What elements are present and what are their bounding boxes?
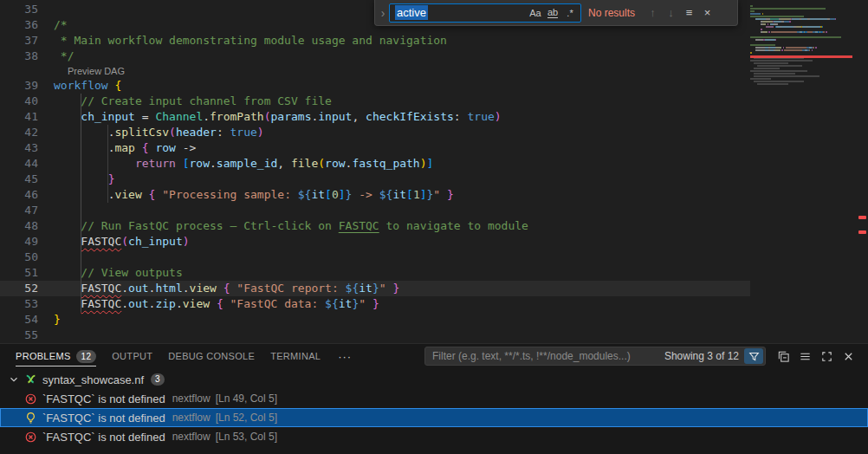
find-input[interactable]: active Aa ab .* (389, 3, 581, 23)
view-as-table-icon[interactable] (794, 347, 816, 366)
panel-tab-output[interactable]: OUTPUT (112, 344, 152, 368)
error-icon (23, 430, 37, 444)
find-in-selection-icon[interactable]: ≡ (680, 3, 698, 22)
overview-ruler[interactable] (856, 0, 868, 343)
code-line-37[interactable]: 37 * Main workflow demonstrating module … (0, 33, 750, 49)
file-problems-badge: 3 (151, 373, 165, 386)
code-line-52[interactable]: 52 FASTQC.out.html.view { "FastQC report… (0, 281, 750, 296)
find-widget: › active Aa ab .* No results ↑ ↓ ≡ × (374, 0, 738, 26)
find-query-text[interactable]: active (395, 5, 428, 20)
problem-source: nextflow (172, 431, 211, 443)
code-line-55[interactable]: 55 (0, 328, 750, 343)
problem-location: [Ln 49, Col 5] (216, 392, 277, 405)
codelens-preview-dag[interactable]: Preview DAG (0, 64, 750, 78)
minimap[interactable] (750, 0, 856, 343)
whole-word-label: ab (547, 7, 558, 18)
more-actions-icon[interactable]: ··· (338, 350, 352, 363)
minimap-error-line (750, 55, 852, 58)
code-line-42[interactable]: 42 .splitCsv(header: true) (0, 125, 750, 140)
line-number: 46 (0, 187, 38, 203)
error-marker (858, 230, 866, 234)
find-results-status: No results (588, 7, 635, 19)
code-editor[interactable]: 3536/*37 * Main workflow demonstrating m… (0, 0, 868, 343)
panel-header: PROBLEMS12OUTPUTDEBUG CONSOLETERMINAL ··… (0, 344, 868, 368)
line-number: 37 (0, 33, 38, 49)
code-line-54[interactable]: 54} (0, 312, 750, 328)
filter-showing-count: Showing 3 of 12 (664, 350, 739, 362)
close-find-icon[interactable]: × (698, 3, 716, 22)
line-number: 40 (0, 94, 38, 109)
panel-tab-label: TERMINAL (270, 351, 321, 361)
panel-tab-problems[interactable]: PROBLEMS12 (16, 344, 96, 368)
line-number: 45 (0, 172, 38, 187)
code-line-49[interactable]: 49 FASTQC(ch_input) (0, 234, 750, 250)
code-line-45[interactable]: 45 } (0, 172, 750, 187)
problem-row[interactable]: `FASTQC` is not definednextflow[Ln 53, C… (0, 427, 868, 446)
whole-word-icon[interactable]: ab (544, 5, 561, 21)
code-area[interactable]: 3536/*37 * Main workflow demonstrating m… (0, 0, 750, 343)
problems-tree: syntax_showcase.nf 3 `FASTQC` is not def… (0, 368, 868, 446)
vscode-window: 3536/*37 * Main workflow demonstrating m… (0, 0, 868, 454)
regex-icon[interactable]: .* (561, 5, 579, 21)
line-number: 44 (0, 156, 38, 172)
panel-tab-label: DEBUG CONSOLE (168, 351, 255, 361)
code-line-39[interactable]: 39workflow { (0, 78, 750, 94)
problem-message: `FASTQC` is not defined (42, 392, 165, 405)
match-case-icon[interactable]: Aa (527, 5, 544, 21)
problems-count-badge: 12 (76, 350, 97, 363)
code-line-43[interactable]: 43 .map { row -> (0, 140, 750, 156)
minimap-content (750, 0, 856, 85)
line-number: 52 (0, 281, 38, 296)
close-panel-icon[interactable] (838, 347, 859, 366)
line-number: 50 (0, 250, 38, 265)
code-line-41[interactable]: 41 ch_input = Channel.fromPath(params.in… (0, 109, 750, 125)
filter-input[interactable] (432, 350, 661, 362)
line-number: 54 (0, 312, 38, 328)
problem-message: `FASTQC` is not defined (42, 412, 165, 425)
problem-location: [Ln 52, Col 5] (216, 412, 277, 424)
code-line-38[interactable]: 38 */ (0, 49, 750, 64)
maximize-panel-icon[interactable] (816, 347, 838, 366)
panel-tab-label: OUTPUT (112, 351, 152, 361)
problem-source: nextflow (172, 412, 211, 424)
problem-row[interactable]: `FASTQC` is not definednextflow[Ln 49, C… (0, 389, 868, 408)
line-number: 38 (0, 49, 38, 64)
line-number: 47 (0, 203, 38, 218)
next-match-icon[interactable]: ↓ (662, 3, 680, 22)
problem-row[interactable]: `FASTQC` is not definednextflow[Ln 52, C… (0, 408, 868, 427)
code-line-51[interactable]: 51 // View outputs (0, 265, 750, 281)
code-line-44[interactable]: 44 return [row.sample_id, file(row.fastq… (0, 156, 750, 172)
problems-filter[interactable]: Showing 3 of 12 (424, 347, 766, 366)
code-line-46[interactable]: 46 .view { "Processing sample: ${it[0]} … (0, 187, 750, 203)
panel-tab-terminal[interactable]: TERMINAL (270, 344, 321, 368)
line-number: 51 (0, 265, 38, 281)
previous-match-icon[interactable]: ↑ (644, 3, 662, 22)
error-icon (23, 392, 37, 405)
indent-guide (81, 94, 81, 312)
chevron-down-icon (7, 373, 21, 386)
line-number: 53 (0, 296, 38, 312)
panel-tab-label: PROBLEMS (16, 351, 71, 361)
collapse-all-icon[interactable] (773, 347, 794, 366)
line-number: 39 (0, 78, 38, 94)
problem-location: [Ln 53, Col 5] (216, 431, 277, 443)
toggle-replace-icon[interactable]: › (377, 6, 389, 20)
problem-message: `FASTQC` is not defined (42, 431, 165, 444)
nextflow-file-icon (24, 373, 38, 386)
code-line-47[interactable]: 47 (0, 203, 750, 218)
panel-tab-debug-console[interactable]: DEBUG CONSOLE (168, 344, 255, 368)
code-line-48[interactable]: 48 // Run FastQC process — Ctrl-click on… (0, 218, 750, 234)
code-line-53[interactable]: 53 FASTQC.out.zip.view { "FastQC data: $… (0, 296, 750, 312)
line-number: 41 (0, 109, 38, 125)
indent-guide (107, 125, 108, 203)
line-number: 36 (0, 17, 38, 33)
problems-file-row[interactable]: syntax_showcase.nf 3 (0, 370, 868, 389)
code-line-40[interactable]: 40 // Create input channel from CSV file (0, 94, 750, 109)
error-marker (858, 216, 866, 219)
line-number: 48 (0, 218, 38, 234)
code-line-50[interactable]: 50 (0, 250, 750, 265)
line-number: 42 (0, 125, 38, 140)
line-number: 43 (0, 140, 38, 156)
filter-funnel-icon[interactable] (744, 348, 763, 364)
problem-source: nextflow (172, 392, 211, 405)
